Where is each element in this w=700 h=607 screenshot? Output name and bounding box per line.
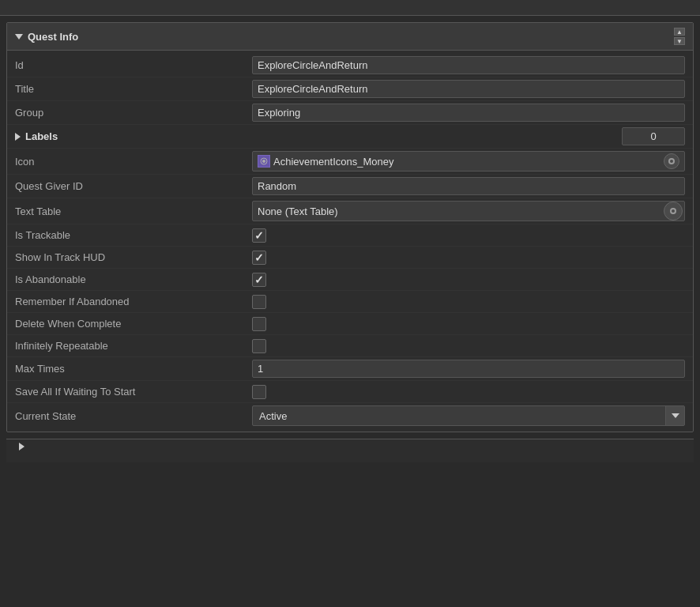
current-state-value-text: Active xyxy=(253,408,665,424)
text-table-value-container: None (Text Table) xyxy=(252,201,685,221)
group-value-container xyxy=(252,104,685,122)
save-all-waiting-label: Save All If Waiting To Start xyxy=(15,386,252,398)
icon-label: Icon xyxy=(15,156,252,168)
show-in-track-hud-checkmark: ✓ xyxy=(254,252,264,263)
group-input[interactable] xyxy=(252,104,685,122)
title-label: Title xyxy=(15,83,252,95)
id-label: Id xyxy=(15,59,252,71)
is-trackable-row: Is Trackable ✓ xyxy=(7,224,693,247)
current-state-row: Current State Active xyxy=(7,403,693,428)
quest-giver-id-row: Quest Giver ID xyxy=(7,175,693,198)
is-abandonable-value-container: ✓ xyxy=(252,273,685,287)
save-all-waiting-value-container xyxy=(252,385,685,399)
icon-name-text: AchievementIcons_Money xyxy=(273,156,660,168)
is-trackable-value-container: ✓ xyxy=(252,228,685,243)
icon-picker-button[interactable] xyxy=(664,153,679,169)
is-trackable-checkmark: ✓ xyxy=(254,230,264,241)
id-value-container xyxy=(252,56,685,74)
remember-if-abandoned-row: Remember If Abandoned xyxy=(7,291,693,313)
show-in-track-hud-value-container: ✓ xyxy=(252,251,685,265)
show-in-track-hud-row: Show In Track HUD ✓ xyxy=(7,247,693,269)
panel-title: Quest Info xyxy=(28,31,78,43)
panel-header[interactable]: Quest Info ▲ ▼ xyxy=(7,23,693,51)
collapse-icon xyxy=(15,34,23,40)
infinitely-repeatable-row: Infinitely Repeatable xyxy=(7,335,693,357)
text-table-label: Text Table xyxy=(15,205,252,217)
labels-row: Labels xyxy=(7,125,693,149)
labels-label: Labels xyxy=(25,130,58,142)
current-state-dropdown-arrow[interactable] xyxy=(665,406,684,425)
title-row: Title xyxy=(7,77,693,101)
labels-expand-icon[interactable] xyxy=(15,133,21,141)
save-all-waiting-row: Save All If Waiting To Start xyxy=(7,381,693,403)
quest-giver-id-value-container xyxy=(252,177,685,195)
quest-giver-id-input[interactable] xyxy=(252,177,685,195)
group-row: Group xyxy=(7,101,693,125)
is-abandonable-checkmark: ✓ xyxy=(254,274,264,285)
text-table-picker-button[interactable] xyxy=(664,202,683,221)
title-input[interactable] xyxy=(252,80,685,98)
bottom-expand-icon[interactable] xyxy=(19,443,24,451)
scroll-down-button[interactable]: ▼ xyxy=(674,37,685,45)
labels-count-input[interactable] xyxy=(622,127,685,145)
icon-field[interactable]: AchievementIcons_Money xyxy=(252,151,685,172)
is-abandonable-label: Is Abandonable xyxy=(15,273,252,285)
current-state-value-container: Active xyxy=(252,405,685,426)
delete-when-complete-row: Delete When Complete xyxy=(7,313,693,335)
icon-value-container: AchievementIcons_Money xyxy=(252,151,685,172)
labels-left[interactable]: Labels xyxy=(15,130,622,142)
svg-point-2 xyxy=(262,160,265,163)
circle-inner-text-table xyxy=(670,208,676,214)
text-table-field[interactable]: None (Text Table) xyxy=(252,201,685,221)
text-table-row: Text Table None (Text Table) xyxy=(7,198,693,224)
quest-giver-id-label: Quest Giver ID xyxy=(15,180,252,192)
icon-row: Icon AchievementIcons_Money xyxy=(7,149,693,175)
max-times-row: Max Times xyxy=(7,357,693,381)
remember-if-abandoned-value-container xyxy=(252,295,685,309)
infinitely-repeatable-label: Infinitely Repeatable xyxy=(15,340,252,352)
icon-thumbnail xyxy=(258,155,270,168)
show-in-track-hud-checkbox[interactable]: ✓ xyxy=(252,251,266,265)
is-abandonable-row: Is Abandonable ✓ xyxy=(7,269,693,291)
is-abandonable-checkbox[interactable]: ✓ xyxy=(252,273,266,287)
save-all-waiting-checkbox[interactable] xyxy=(252,385,266,399)
id-input[interactable] xyxy=(252,56,685,74)
panel-header-left: Quest Info xyxy=(15,31,78,43)
circle-inner-icon xyxy=(668,158,675,164)
delete-when-complete-label: Delete When Complete xyxy=(15,318,252,330)
remember-if-abandoned-label: Remember If Abandoned xyxy=(15,296,252,307)
delete-when-complete-checkbox[interactable] xyxy=(252,317,266,331)
is-trackable-checkbox[interactable]: ✓ xyxy=(252,228,266,243)
title-value-container xyxy=(252,80,685,98)
chevron-down-icon xyxy=(672,413,679,418)
top-bar xyxy=(0,0,700,16)
max-times-label: Max Times xyxy=(15,363,252,375)
bottom-stub xyxy=(6,439,694,462)
delete-when-complete-value-container xyxy=(252,317,685,331)
id-row: Id xyxy=(7,54,693,77)
max-times-value-container xyxy=(252,360,685,378)
quest-info-panel: Quest Info ▲ ▼ Id Title Group xyxy=(6,22,694,432)
text-table-value-text: None (Text Table) xyxy=(253,203,664,220)
is-trackable-label: Is Trackable xyxy=(15,229,252,241)
panel-content: Id Title Group Labels xyxy=(7,51,693,432)
max-times-input[interactable] xyxy=(252,360,685,378)
remember-if-abandoned-checkbox[interactable] xyxy=(252,295,266,309)
group-label: Group xyxy=(15,107,252,119)
show-in-track-hud-label: Show In Track HUD xyxy=(15,251,252,263)
current-state-dropdown[interactable]: Active xyxy=(252,405,685,426)
current-state-label: Current State xyxy=(15,410,252,422)
panel-header-controls[interactable]: ▲ ▼ xyxy=(674,28,685,45)
scroll-up-button[interactable]: ▲ xyxy=(674,28,685,36)
infinitely-repeatable-checkbox[interactable] xyxy=(252,339,266,353)
infinitely-repeatable-value-container xyxy=(252,339,685,353)
